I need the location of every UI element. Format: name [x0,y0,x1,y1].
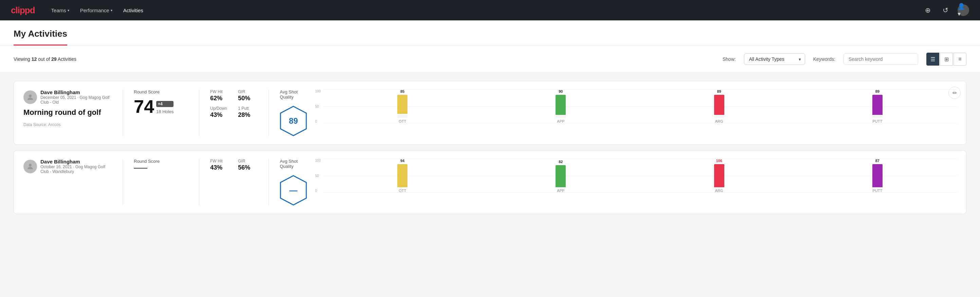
bar-ott [397,95,407,114]
user-name: Dave Billingham [40,159,112,164]
divider [199,159,199,206]
bar-app-bg [555,115,566,118]
data-source: Data Source: Arccos [24,122,112,127]
avg-quality-label: Avg Shot Quality [280,89,307,99]
gir-value: 56% [238,164,258,171]
avatar [24,160,37,173]
grid-view-button[interactable]: ⊞ [940,53,953,65]
add-button[interactable]: ⊕ [922,5,933,16]
avatar [24,90,37,104]
bar-label-ott: OTT [399,119,406,123]
bar-putt-2 [872,164,883,187]
user-avatar[interactable]: 👤 ▾ [958,5,969,16]
refresh-button[interactable]: ↺ [940,5,951,16]
fw-hit-label: FW Hit [210,159,230,163]
activity-type-select-wrapper[interactable]: All Activity Types [744,53,805,65]
activity-title: Morning round of golf [24,108,112,117]
chart-area: 100 50 0 94 OTT [315,159,956,200]
y-axis: 100 50 0 [315,89,323,123]
view-buttons: ☰ ⊞ ≡ [926,53,966,65]
activity-date: December 05, 2021 · Gog Magog Golf Club … [40,95,112,105]
hexagon-container: — [280,175,307,206]
svg-point-0 [29,94,32,97]
gir-stat: GIR 56% [238,159,258,171]
bar-label-ott-2: OTT [399,188,406,193]
list-compact-view-button[interactable]: ☰ [926,53,939,65]
fw-hit-value: 62% [210,95,230,102]
bar-group-putt-2: 87 PUTT [872,159,883,193]
divider [269,89,269,136]
user-info: Dave Billingham October 16, 2021 · Gog M… [40,159,112,174]
stats-section: FW Hit 62% GIR 50% Up/Down 43% 1 Putt 28… [210,89,258,136]
stats-section: FW Hit 43% GIR 56% [210,159,258,206]
bar-label-app-2: APP [557,188,564,193]
bar-label-putt: PUTT [873,119,883,123]
divider [199,89,199,136]
list-compact-icon: ☰ [931,56,935,62]
bar-group-app-2: 82 APP [555,159,566,193]
bar-putt [872,95,883,115]
divider [269,159,269,206]
score-number: 74 [134,97,154,115]
quality-area: Avg Shot Quality — 100 50 0 [280,159,956,206]
one-putt-value: 28% [238,112,258,118]
one-putt-stat: 1 Putt 28% [238,106,258,118]
stats-grid: FW Hit 43% GIR 56% [210,159,258,171]
round-score-section: Round Score 74 +4 18 Holes [134,89,188,136]
bar-group-ott: 85 OTT [397,89,407,123]
hex-score: 89 [289,116,298,126]
score-holes: 18 Holes [156,109,173,114]
round-score-label: Round Score [134,159,188,164]
navbar: clippd Teams ▾ Performance ▾ Activities … [0,0,980,21]
fw-hit-stat: FW Hit 43% [210,159,230,171]
viewing-count-text: Viewing 12 out of 29 Activities [14,56,76,62]
bar-value-app: 90 [558,89,563,93]
hexagon-container: 89 [280,106,307,136]
chevron-down-icon: ▾ [111,8,112,12]
fw-hit-label: FW Hit [210,89,230,94]
app-logo[interactable]: clippd [11,5,35,16]
card-left-section: Dave Billingham October 16, 2021 · Gog M… [24,159,112,206]
score-dash [134,168,147,169]
activity-date: October 16, 2021 · Gog Magog Golf Club -… [40,164,112,174]
list-detailed-icon: ≡ [958,56,961,62]
y-axis: 100 50 0 [315,159,323,193]
up-down-stat: Up/Down 43% [210,106,230,118]
gir-value: 50% [238,95,258,102]
fw-hit-value: 43% [210,164,230,171]
score-badge: +4 [156,101,173,107]
grid-icon: ⊞ [944,56,949,62]
list-detailed-view-button[interactable]: ≡ [953,53,966,65]
avg-shot-quality-section: Avg Shot Quality 89 [280,89,307,136]
user-row: Dave Billingham December 05, 2021 · Gog … [24,89,112,105]
bar-value-ott: 85 [400,89,404,93]
fw-hit-stat: FW Hit 62% [210,89,230,102]
avg-quality-label: Avg Shot Quality [280,159,307,169]
activity-type-select[interactable]: All Activity Types [744,53,805,65]
user-row: Dave Billingham October 16, 2021 · Gog M… [24,159,112,174]
avg-shot-quality-section: Avg Shot Quality — [280,159,307,206]
bar-group-arg-2: 106 ARG [714,159,724,193]
round-score-label: Round Score [134,89,188,94]
nav-performance[interactable]: Performance ▾ [80,5,112,16]
nav-teams[interactable]: Teams ▾ [51,5,69,16]
bar-putt-bg [872,115,883,118]
gir-label: GIR [238,89,258,94]
user-info: Dave Billingham December 05, 2021 · Gog … [40,89,112,105]
page-title: My Activities [14,29,67,46]
nav-activities[interactable]: Activities [123,5,143,16]
bar-value-arg-2: 106 [716,159,722,163]
keyword-search-input[interactable] [843,53,918,65]
bar-value-putt: 89 [875,89,880,93]
score-main: 74 +4 18 Holes [134,97,188,115]
bar-group-arg: 89 ARG [714,89,724,123]
bar-group-putt: 89 PUTT [872,89,883,123]
chart-section: 100 50 0 85 [315,89,956,130]
bar-label-arg: ARG [715,119,723,123]
card-left-section: Dave Billingham December 05, 2021 · Gog … [24,89,112,136]
activity-card: Dave Billingham October 16, 2021 · Gog M… [14,150,966,214]
show-label: Show: [722,56,736,62]
gir-stat: GIR 50% [238,89,258,102]
up-down-label: Up/Down [210,106,230,111]
bar-ott-bg [397,115,407,118]
